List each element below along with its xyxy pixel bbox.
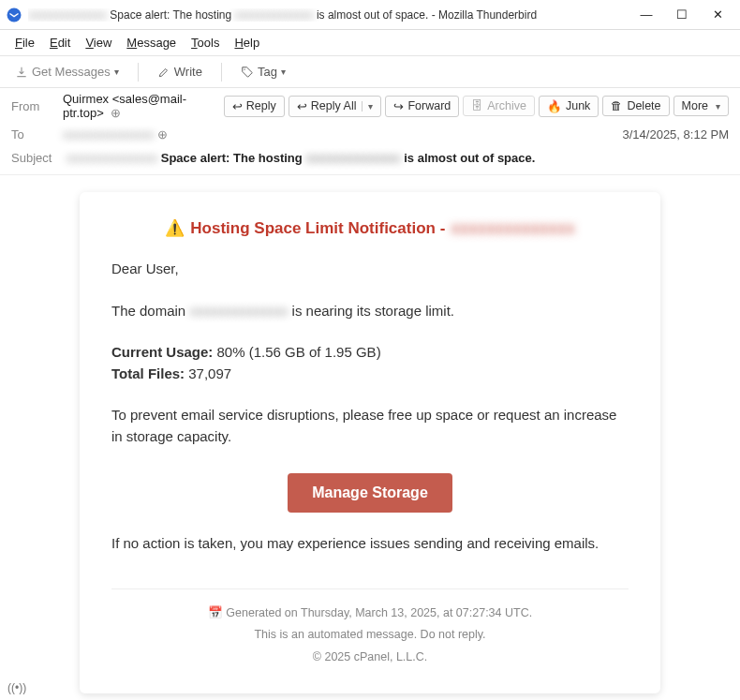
write-button[interactable]: Write: [152, 62, 208, 82]
chevron-down-icon[interactable]: ▾: [362, 101, 373, 112]
download-icon: [15, 66, 28, 79]
forward-icon: ↪: [393, 99, 404, 113]
chevron-down-icon: ▾: [281, 67, 286, 77]
subject-row: Subject xxxxxxxxxxxxxxx Space alert: The…: [0, 145, 740, 175]
menu-message[interactable]: Message: [121, 34, 182, 52]
junk-button[interactable]: 🔥Junk: [539, 96, 599, 117]
menu-help[interactable]: Help: [229, 34, 265, 52]
menubar: FFileile Edit View Message Tools Help: [0, 30, 740, 56]
domain-line: The domain xxxxxxxxxxxxxx is nearing its…: [111, 301, 629, 322]
tag-button[interactable]: Tag ▾: [235, 62, 291, 82]
contact-star-icon[interactable]: ⊕: [157, 127, 168, 141]
email-card: ⚠️ Hosting Space Limit Notification - xx…: [80, 192, 660, 693]
contact-star-icon[interactable]: ⊕: [111, 106, 121, 120]
pencil-icon: [157, 66, 170, 79]
notification-title: ⚠️ Hosting Space Limit Notification - xx…: [111, 218, 629, 238]
reply-icon: ↩: [232, 99, 243, 113]
more-button[interactable]: More▾: [673, 96, 729, 116]
reply-all-button[interactable]: ↩Reply All▾: [289, 96, 382, 117]
svg-point-1: [244, 68, 244, 69]
reply-button[interactable]: ↩Reply: [224, 96, 285, 117]
to-value: xxxxxxxxxxxxxxx ⊕: [63, 127, 623, 141]
chevron-down-icon: ▾: [114, 67, 119, 77]
menu-view[interactable]: View: [80, 34, 117, 52]
subject-text-2: is almost out of space.: [404, 151, 535, 165]
minimize-button[interactable]: —: [637, 7, 656, 22]
warning-icon: ⚠️: [165, 218, 185, 238]
close-button[interactable]: ✕: [708, 7, 727, 22]
tag-icon: [241, 66, 254, 79]
archive-icon: 🗄: [471, 99, 483, 112]
window-title: xxxxxxxxxxxxxx Space alert: The hosting …: [28, 8, 637, 22]
junk-icon: 🔥: [547, 99, 562, 113]
email-footer: 📅 Generated on Thursday, March 13, 2025,…: [111, 603, 629, 669]
titlebar: xxxxxxxxxxxxxx Space alert: The hosting …: [0, 0, 740, 30]
subject-text-1: Space alert: The hosting: [161, 151, 303, 165]
subject-label: Subject: [11, 151, 63, 165]
from-value: Quirmex <sales@mail-ptr.top> ⊕: [63, 92, 224, 120]
warning-text: If no action is taken, you may experienc…: [111, 533, 629, 555]
usage-block: Current Usage: 80% (1.56 GB of 1.95 GB) …: [111, 342, 629, 384]
message-body: ⚠️ Hosting Space Limit Notification - xx…: [0, 175, 740, 693]
svg-point-0: [7, 7, 22, 22]
manage-storage-button[interactable]: Manage Storage: [288, 473, 452, 513]
menu-tools[interactable]: Tools: [185, 34, 225, 52]
prevention-text: To prevent email service disruptions, pl…: [111, 405, 629, 447]
maximize-button[interactable]: ☐: [673, 7, 691, 22]
from-label: From: [11, 99, 63, 113]
from-row: From Quirmex <sales@mail-ptr.top> ⊕ ↩Rep…: [0, 88, 740, 124]
to-label: To: [11, 127, 63, 141]
toolbar: Get Messages ▾ Write Tag ▾: [0, 56, 740, 88]
separator: [138, 63, 139, 82]
delete-button[interactable]: 🗑Delete: [602, 96, 669, 116]
menu-file[interactable]: FFileile: [9, 34, 40, 52]
menu-edit[interactable]: Edit: [44, 34, 76, 52]
forward-button[interactable]: ↪Forward: [385, 96, 459, 117]
reply-all-icon: ↩: [297, 99, 307, 113]
trash-icon: 🗑: [611, 99, 623, 112]
separator: [221, 63, 222, 82]
chevron-down-icon: ▾: [716, 101, 720, 112]
get-messages-button[interactable]: Get Messages ▾: [9, 62, 125, 82]
divider: [111, 588, 629, 589]
message-date: 3/14/2025, 8:12 PM: [623, 127, 729, 141]
archive-button[interactable]: 🗄Archive: [463, 96, 535, 116]
status-indicator: ((•)): [7, 681, 26, 694]
thunderbird-icon: [6, 7, 22, 23]
to-row: To xxxxxxxxxxxxxxx ⊕ 3/14/2025, 8:12 PM: [0, 124, 740, 145]
greeting: Dear User,: [111, 259, 629, 280]
calendar-icon: 📅: [208, 606, 223, 619]
